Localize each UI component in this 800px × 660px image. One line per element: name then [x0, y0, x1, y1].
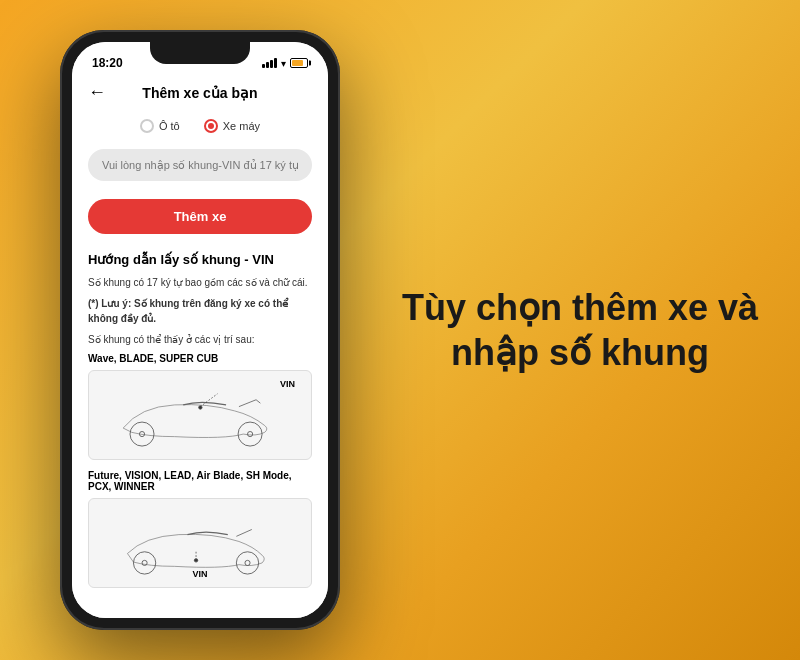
svg-point-14 [194, 558, 197, 561]
add-button-area: Thêm xe [72, 189, 328, 242]
guide-paragraph1: Số khung có 17 ký tự bao gồm các số và c… [88, 275, 312, 290]
vehicle-option-car[interactable]: Ô tô [140, 119, 180, 133]
svg-line-12 [236, 529, 251, 536]
status-icons: ▾ [262, 58, 308, 69]
battery-fill [292, 60, 303, 66]
radio-car[interactable] [140, 119, 154, 133]
svg-point-8 [236, 552, 258, 574]
guide-note: (*) Lưu ý: Số khung trên đăng ký xe có t… [88, 296, 312, 326]
battery-icon [290, 58, 308, 68]
vin-tag-1: VIN [280, 379, 295, 389]
right-panel: Tùy chọn thêm xe và nhập số khung [380, 285, 780, 375]
svg-point-1 [247, 431, 252, 436]
model1-label: Wave, BLADE, SUPER CUB [88, 353, 312, 364]
vehicle-option-motorbike[interactable]: Xe máy [204, 119, 260, 133]
guide-content: Hướng dẫn lấy số khung - VIN Số khung có… [72, 242, 328, 618]
svg-line-6 [200, 394, 217, 407]
phone-frame: 18:20 ▾ ← Thêm xe của bạn [60, 30, 340, 630]
vin-tag-2: VIN [192, 569, 207, 579]
vin-input-area [72, 141, 328, 189]
guide-title: Hướng dẫn lấy số khung - VIN [88, 252, 312, 267]
svg-point-9 [245, 560, 250, 565]
svg-point-0 [238, 422, 262, 446]
bike-image-1: VIN [88, 370, 312, 460]
signal-icon [262, 58, 277, 68]
app-header: ← Thêm xe của bạn [72, 76, 328, 111]
svg-point-2 [130, 422, 154, 446]
phone-notch [150, 42, 250, 64]
tagline: Tùy chọn thêm xe và nhập số khung [402, 285, 758, 375]
back-button[interactable]: ← [88, 82, 106, 103]
radio-motorbike[interactable] [204, 119, 218, 133]
svg-line-5 [256, 400, 260, 403]
svg-point-7 [198, 406, 201, 409]
vin-input[interactable] [88, 149, 312, 181]
model2-label: Future, VISION, LEAD, Air Blade, SH Mode… [88, 470, 312, 492]
bike-sketch-1 [106, 380, 295, 450]
bike-sketch-2 [106, 508, 295, 578]
add-vehicle-button[interactable]: Thêm xe [88, 199, 312, 234]
guide-paragraph2: Số khung có thể thấy ở các vị trí sau: [88, 332, 312, 347]
page-title: Thêm xe của bạn [142, 85, 257, 101]
wifi-icon: ▾ [281, 58, 286, 69]
svg-line-4 [239, 400, 256, 407]
status-time: 18:20 [92, 56, 123, 70]
phone-screen: 18:20 ▾ ← Thêm xe của bạn [72, 42, 328, 618]
vehicle-type-selector: Ô tô Xe máy [72, 111, 328, 141]
bike-image-2: VIN [88, 498, 312, 588]
